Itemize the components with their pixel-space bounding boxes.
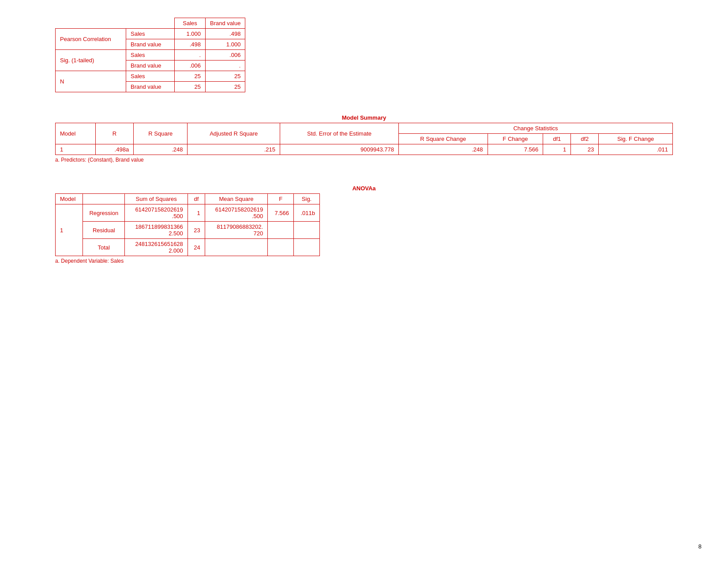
- anova-model-num: 1: [56, 204, 83, 256]
- sig-sales-sales: .: [175, 50, 206, 60]
- ms-df1: 1: [543, 144, 571, 155]
- pearson-sales-label: Sales: [126, 29, 175, 39]
- anova-residual-df: 23: [188, 222, 205, 239]
- pearson-brand-sales: .498: [175, 39, 206, 50]
- anova-col-sig: Sig.: [294, 194, 320, 204]
- anova-col-f: F: [268, 194, 294, 204]
- model-summary-table: Model R R Square Adjusted R Square Std. …: [55, 123, 673, 155]
- anova-residual-f: [268, 222, 294, 239]
- pearson-label: Pearson Correlation: [56, 29, 126, 50]
- anova-regression-sumsq: 614207158202619 .500: [125, 204, 188, 222]
- anova-title: ANOVAa: [55, 185, 673, 192]
- correlation-table: Sales Brand value Pearson Correlation Sa…: [55, 18, 245, 92]
- corr-col-brand: Brand value: [206, 18, 245, 29]
- ms-model-num: 1: [56, 144, 96, 155]
- n-sales-brand: 25: [206, 71, 245, 82]
- model-summary-footnote: a. Predictors: (Constant), Brand value: [55, 157, 673, 163]
- pearson-brand-label: Brand value: [126, 39, 175, 50]
- ms-f-change: 7.566: [488, 144, 543, 155]
- ms-rsquare: .248: [134, 144, 188, 155]
- anova-col-type: [83, 194, 125, 204]
- ms-adj-rsquare: .215: [188, 144, 280, 155]
- ms-df2: 23: [571, 144, 599, 155]
- table-row: Pearson Correlation Sales 1.000 .498: [56, 29, 245, 39]
- anova-regression-meansq: 614207158202619 .500: [205, 204, 267, 222]
- n-brand-sales: 25: [175, 82, 206, 92]
- table-row: N Sales 25 25: [56, 71, 245, 82]
- anova-col-model: Model: [56, 194, 83, 204]
- corr-col-sales: Sales: [175, 18, 206, 29]
- ms-col-fchange: F Change: [488, 134, 543, 144]
- n-brand-label: Brand value: [126, 82, 175, 92]
- anova-residual-meansq: 81179086883202. 720: [205, 222, 267, 239]
- anova-col-sumsq: Sum of Squares: [125, 194, 188, 204]
- ms-sig-fchange: .011: [599, 144, 673, 155]
- anova-row-total: Total 248132615651628 2.000 24: [56, 239, 320, 256]
- ms-col-rsqchange: R Square Change: [399, 134, 488, 144]
- sig-brand-sales: .006: [175, 60, 206, 71]
- anova-residual-sumsq: 186711899831366 2.500: [125, 222, 188, 239]
- table-row: Sig. (1-tailed) Sales . .006: [56, 50, 245, 60]
- anova-regression-df: 1: [188, 204, 205, 222]
- n-label: N: [56, 71, 126, 92]
- anova-table: Model Sum of Squares df Mean Square F Si…: [55, 193, 320, 256]
- ms-change-stats-header: Change Statistics: [399, 123, 673, 134]
- ms-col-sigf: Sig. F Change: [599, 134, 673, 144]
- ms-col-adjrsq: Adjusted R Square: [188, 123, 280, 144]
- anova-total-f: [268, 239, 294, 256]
- model-summary-section: Model Summary Model R R Square Adjusted …: [55, 114, 673, 163]
- anova-type-regression: Regression: [83, 204, 125, 222]
- anova-regression-sig: .011b: [294, 204, 320, 222]
- pearson-brand-brand: 1.000: [206, 39, 245, 50]
- anova-type-total: Total: [83, 239, 125, 256]
- ms-stderr: 9009943.778: [280, 144, 399, 155]
- n-sales-sales: 25: [175, 71, 206, 82]
- ms-col-df1: df1: [543, 134, 571, 144]
- ms-col-r: R: [95, 123, 133, 144]
- anova-row-regression: 1 Regression 614207158202619 .500 1 6142…: [56, 204, 320, 222]
- pearson-sales-brand: .498: [206, 29, 245, 39]
- sig-sales-brand: .006: [206, 50, 245, 60]
- ms-col-df2: df2: [571, 134, 599, 144]
- anova-total-sumsq: 248132615651628 2.000: [125, 239, 188, 256]
- anova-total-sig: [294, 239, 320, 256]
- sig-sales-label: Sales: [126, 50, 175, 60]
- page-wrapper: Sales Brand value Pearson Correlation Sa…: [55, 18, 673, 264]
- sig-label: Sig. (1-tailed): [56, 50, 126, 71]
- anova-footnote: a. Dependent Variable: Sales: [55, 258, 673, 264]
- pearson-sales-sales: 1.000: [175, 29, 206, 39]
- ms-col-model: Model: [56, 123, 96, 144]
- model-summary-row: 1 .498a .248 .215 9009943.778 .248 7.566…: [56, 144, 673, 155]
- model-summary-title: Model Summary: [55, 114, 673, 121]
- correlation-section: Sales Brand value Pearson Correlation Sa…: [55, 18, 673, 92]
- ms-col-rsq: R Square: [134, 123, 188, 144]
- sig-brand-label: Brand value: [126, 60, 175, 71]
- n-brand-brand: 25: [206, 82, 245, 92]
- anova-row-residual: Residual 186711899831366 2.500 23 811790…: [56, 222, 320, 239]
- anova-col-df: df: [188, 194, 205, 204]
- anova-total-df: 24: [188, 239, 205, 256]
- anova-type-residual: Residual: [83, 222, 125, 239]
- anova-residual-sig: [294, 222, 320, 239]
- anova-total-meansq: [205, 239, 267, 256]
- anova-section: ANOVAa Model Sum of Squares df Mean Squa…: [55, 185, 673, 264]
- ms-rsq-change: .248: [399, 144, 488, 155]
- sig-brand-brand: .: [206, 60, 245, 71]
- anova-regression-f: 7.566: [268, 204, 294, 222]
- n-sales-label: Sales: [126, 71, 175, 82]
- ms-col-stderr: Std. Error of the Estimate: [280, 123, 399, 144]
- ms-r: .498a: [95, 144, 133, 155]
- anova-col-meansq: Mean Square: [205, 194, 267, 204]
